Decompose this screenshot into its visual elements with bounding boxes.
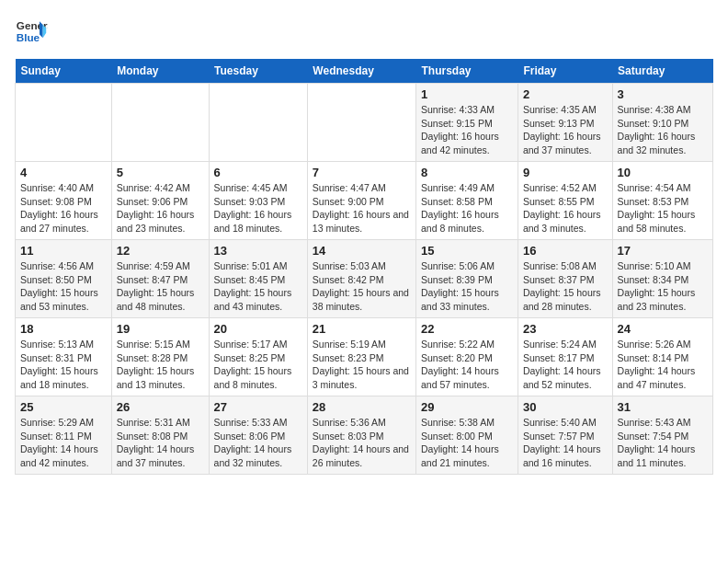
calendar-cell: 1Sunrise: 4:33 AM Sunset: 9:15 PM Daylig… <box>416 84 518 162</box>
day-number: 21 <box>313 322 411 336</box>
day-number: 27 <box>214 400 302 414</box>
calendar-week-row: 4Sunrise: 4:40 AM Sunset: 9:08 PM Daylig… <box>16 162 713 240</box>
calendar-cell: 22Sunrise: 5:22 AM Sunset: 8:20 PM Dayli… <box>416 318 518 396</box>
day-number: 25 <box>20 400 107 414</box>
day-info: Sunrise: 4:47 AM Sunset: 9:00 PM Dayligh… <box>313 181 411 236</box>
day-number: 26 <box>117 400 204 414</box>
day-header-saturday: Saturday <box>612 59 712 84</box>
calendar-cell: 2Sunrise: 4:35 AM Sunset: 9:13 PM Daylig… <box>518 84 612 162</box>
calendar-cell <box>111 84 209 162</box>
day-number: 23 <box>523 322 608 336</box>
logo: General Blue <box>15 15 48 48</box>
day-info: Sunrise: 4:33 AM Sunset: 9:15 PM Dayligh… <box>421 103 513 157</box>
day-header-tuesday: Tuesday <box>209 59 307 84</box>
calendar-cell: 17Sunrise: 5:10 AM Sunset: 8:34 PM Dayli… <box>612 240 712 318</box>
day-info: Sunrise: 4:56 AM Sunset: 8:50 PM Dayligh… <box>20 259 107 314</box>
logo-icon: General Blue <box>15 15 48 48</box>
day-number: 7 <box>313 166 411 179</box>
calendar-cell: 20Sunrise: 5:17 AM Sunset: 8:25 PM Dayli… <box>209 318 307 396</box>
calendar-cell: 16Sunrise: 5:08 AM Sunset: 8:37 PM Dayli… <box>518 240 612 318</box>
calendar-cell: 24Sunrise: 5:26 AM Sunset: 8:14 PM Dayli… <box>612 318 712 396</box>
day-info: Sunrise: 5:10 AM Sunset: 8:34 PM Dayligh… <box>618 259 708 314</box>
day-info: Sunrise: 4:59 AM Sunset: 8:47 PM Dayligh… <box>117 259 204 314</box>
day-number: 17 <box>618 244 708 258</box>
day-info: Sunrise: 4:42 AM Sunset: 9:06 PM Dayligh… <box>117 181 204 236</box>
day-info: Sunrise: 5:08 AM Sunset: 8:37 PM Dayligh… <box>523 259 608 314</box>
calendar-cell: 30Sunrise: 5:40 AM Sunset: 7:57 PM Dayli… <box>518 396 612 475</box>
day-info: Sunrise: 4:35 AM Sunset: 9:13 PM Dayligh… <box>523 103 608 157</box>
calendar-table: SundayMondayTuesdayWednesdayThursdayFrid… <box>15 59 713 475</box>
day-info: Sunrise: 5:24 AM Sunset: 8:17 PM Dayligh… <box>523 338 608 392</box>
calendar-cell: 14Sunrise: 5:03 AM Sunset: 8:42 PM Dayli… <box>307 240 415 318</box>
day-number: 22 <box>421 322 513 336</box>
day-info: Sunrise: 5:38 AM Sunset: 8:00 PM Dayligh… <box>421 416 513 470</box>
calendar-week-row: 1Sunrise: 4:33 AM Sunset: 9:15 PM Daylig… <box>16 84 713 162</box>
day-number: 24 <box>618 322 708 336</box>
day-info: Sunrise: 4:40 AM Sunset: 9:08 PM Dayligh… <box>20 181 107 236</box>
calendar-cell: 6Sunrise: 4:45 AM Sunset: 9:03 PM Daylig… <box>209 162 307 240</box>
calendar-week-row: 11Sunrise: 4:56 AM Sunset: 8:50 PM Dayli… <box>16 240 713 318</box>
day-header-wednesday: Wednesday <box>307 59 415 84</box>
day-info: Sunrise: 5:31 AM Sunset: 8:08 PM Dayligh… <box>117 416 204 470</box>
calendar-cell: 4Sunrise: 4:40 AM Sunset: 9:08 PM Daylig… <box>16 162 112 240</box>
day-info: Sunrise: 5:19 AM Sunset: 8:23 PM Dayligh… <box>313 338 411 392</box>
calendar-week-row: 25Sunrise: 5:29 AM Sunset: 8:11 PM Dayli… <box>16 396 713 475</box>
day-header-sunday: Sunday <box>16 59 112 84</box>
day-number: 1 <box>421 87 513 101</box>
calendar-cell <box>16 84 112 162</box>
calendar-cell: 18Sunrise: 5:13 AM Sunset: 8:31 PM Dayli… <box>16 318 112 396</box>
day-info: Sunrise: 5:33 AM Sunset: 8:06 PM Dayligh… <box>214 416 302 470</box>
calendar-cell <box>209 84 307 162</box>
calendar-cell: 5Sunrise: 4:42 AM Sunset: 9:06 PM Daylig… <box>111 162 209 240</box>
calendar-cell: 26Sunrise: 5:31 AM Sunset: 8:08 PM Dayli… <box>111 396 209 475</box>
day-number: 29 <box>421 400 513 414</box>
day-number: 4 <box>20 166 107 179</box>
day-info: Sunrise: 5:06 AM Sunset: 8:39 PM Dayligh… <box>421 259 513 314</box>
calendar-cell: 12Sunrise: 4:59 AM Sunset: 8:47 PM Dayli… <box>111 240 209 318</box>
day-number: 18 <box>20 322 107 336</box>
calendar-cell: 10Sunrise: 4:54 AM Sunset: 8:53 PM Dayli… <box>612 162 712 240</box>
day-info: Sunrise: 5:40 AM Sunset: 7:57 PM Dayligh… <box>523 416 608 470</box>
day-number: 20 <box>214 322 302 336</box>
day-info: Sunrise: 5:17 AM Sunset: 8:25 PM Dayligh… <box>214 338 302 392</box>
calendar-header-row: SundayMondayTuesdayWednesdayThursdayFrid… <box>16 59 713 84</box>
day-header-thursday: Thursday <box>416 59 518 84</box>
day-info: Sunrise: 4:52 AM Sunset: 8:55 PM Dayligh… <box>523 181 608 236</box>
day-info: Sunrise: 5:01 AM Sunset: 8:45 PM Dayligh… <box>214 259 302 314</box>
day-info: Sunrise: 5:13 AM Sunset: 8:31 PM Dayligh… <box>20 338 107 392</box>
day-header-friday: Friday <box>518 59 612 84</box>
calendar-cell <box>307 84 415 162</box>
day-info: Sunrise: 5:15 AM Sunset: 8:28 PM Dayligh… <box>117 338 204 392</box>
calendar-cell: 21Sunrise: 5:19 AM Sunset: 8:23 PM Dayli… <box>307 318 415 396</box>
day-number: 11 <box>20 244 107 258</box>
page-header: General Blue <box>15 15 713 48</box>
calendar-cell: 8Sunrise: 4:49 AM Sunset: 8:58 PM Daylig… <box>416 162 518 240</box>
day-number: 6 <box>214 166 302 179</box>
day-info: Sunrise: 5:26 AM Sunset: 8:14 PM Dayligh… <box>618 338 708 392</box>
calendar-cell: 9Sunrise: 4:52 AM Sunset: 8:55 PM Daylig… <box>518 162 612 240</box>
day-number: 15 <box>421 244 513 258</box>
day-info: Sunrise: 4:38 AM Sunset: 9:10 PM Dayligh… <box>618 103 708 157</box>
calendar-cell: 29Sunrise: 5:38 AM Sunset: 8:00 PM Dayli… <box>416 396 518 475</box>
day-info: Sunrise: 4:54 AM Sunset: 8:53 PM Dayligh… <box>618 181 708 236</box>
day-number: 13 <box>214 244 302 258</box>
calendar-cell: 19Sunrise: 5:15 AM Sunset: 8:28 PM Dayli… <box>111 318 209 396</box>
day-number: 31 <box>618 400 708 414</box>
calendar-week-row: 18Sunrise: 5:13 AM Sunset: 8:31 PM Dayli… <box>16 318 713 396</box>
day-number: 16 <box>523 244 608 258</box>
day-info: Sunrise: 4:45 AM Sunset: 9:03 PM Dayligh… <box>214 181 302 236</box>
calendar-cell: 23Sunrise: 5:24 AM Sunset: 8:17 PM Dayli… <box>518 318 612 396</box>
day-header-monday: Monday <box>111 59 209 84</box>
calendar-cell: 31Sunrise: 5:43 AM Sunset: 7:54 PM Dayli… <box>612 396 712 475</box>
calendar-cell: 7Sunrise: 4:47 AM Sunset: 9:00 PM Daylig… <box>307 162 415 240</box>
day-number: 14 <box>313 244 411 258</box>
calendar-cell: 28Sunrise: 5:36 AM Sunset: 8:03 PM Dayli… <box>307 396 415 475</box>
day-number: 5 <box>117 166 204 179</box>
day-number: 3 <box>618 87 708 101</box>
day-info: Sunrise: 5:43 AM Sunset: 7:54 PM Dayligh… <box>618 416 708 470</box>
day-info: Sunrise: 4:49 AM Sunset: 8:58 PM Dayligh… <box>421 181 513 236</box>
day-info: Sunrise: 5:03 AM Sunset: 8:42 PM Dayligh… <box>313 259 411 314</box>
day-info: Sunrise: 5:29 AM Sunset: 8:11 PM Dayligh… <box>20 416 107 470</box>
day-number: 30 <box>523 400 608 414</box>
day-number: 28 <box>313 400 411 414</box>
